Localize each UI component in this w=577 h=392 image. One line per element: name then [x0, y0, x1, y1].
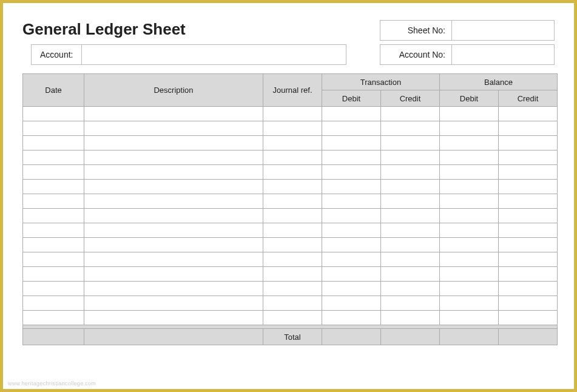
cell-b_debit[interactable]	[440, 267, 499, 282]
cell-t_debit[interactable]	[322, 107, 381, 121]
account-no-value[interactable]	[452, 45, 554, 64]
cell-description[interactable]	[84, 252, 263, 267]
cell-description[interactable]	[84, 238, 263, 252]
cell-date[interactable]	[23, 150, 84, 165]
sheet-no-value[interactable]	[452, 21, 554, 40]
cell-t_debit[interactable]	[322, 150, 381, 165]
cell-t_credit[interactable]	[381, 209, 440, 223]
cell-b_credit[interactable]	[499, 267, 558, 282]
cell-b_credit[interactable]	[499, 121, 558, 136]
cell-b_credit[interactable]	[499, 150, 558, 165]
cell-date[interactable]	[23, 311, 84, 325]
cell-b_debit[interactable]	[440, 165, 499, 180]
cell-t_debit[interactable]	[322, 311, 381, 325]
cell-t_credit[interactable]	[381, 121, 440, 136]
cell-date[interactable]	[23, 107, 84, 121]
cell-description[interactable]	[84, 165, 263, 180]
cell-b_credit[interactable]	[499, 282, 558, 296]
cell-b_debit[interactable]	[440, 180, 499, 194]
cell-journal_ref[interactable]	[263, 296, 322, 311]
cell-description[interactable]	[84, 296, 263, 311]
cell-description[interactable]	[84, 267, 263, 282]
cell-date[interactable]	[23, 194, 84, 209]
cell-b_credit[interactable]	[499, 311, 558, 325]
cell-b_credit[interactable]	[499, 180, 558, 194]
cell-t_debit[interactable]	[322, 223, 381, 238]
cell-journal_ref[interactable]	[263, 282, 322, 296]
cell-b_debit[interactable]	[440, 209, 499, 223]
cell-b_debit[interactable]	[440, 223, 499, 238]
cell-b_credit[interactable]	[499, 223, 558, 238]
cell-description[interactable]	[84, 180, 263, 194]
cell-description[interactable]	[84, 311, 263, 325]
cell-journal_ref[interactable]	[263, 150, 322, 165]
cell-journal_ref[interactable]	[263, 223, 322, 238]
cell-t_debit[interactable]	[322, 209, 381, 223]
cell-t_debit[interactable]	[322, 180, 381, 194]
account-no-field[interactable]: Account No:	[380, 44, 555, 65]
cell-journal_ref[interactable]	[263, 107, 322, 121]
cell-t_debit[interactable]	[322, 252, 381, 267]
cell-t_credit[interactable]	[381, 194, 440, 209]
cell-b_credit[interactable]	[499, 252, 558, 267]
cell-journal_ref[interactable]	[263, 311, 322, 325]
cell-date[interactable]	[23, 136, 84, 150]
cell-journal_ref[interactable]	[263, 136, 322, 150]
cell-date[interactable]	[23, 267, 84, 282]
cell-t_credit[interactable]	[381, 180, 440, 194]
cell-description[interactable]	[84, 282, 263, 296]
cell-journal_ref[interactable]	[263, 180, 322, 194]
cell-journal_ref[interactable]	[263, 267, 322, 282]
cell-t_debit[interactable]	[322, 267, 381, 282]
cell-description[interactable]	[84, 150, 263, 165]
cell-b_credit[interactable]	[499, 165, 558, 180]
cell-date[interactable]	[23, 165, 84, 180]
cell-description[interactable]	[84, 209, 263, 223]
cell-b_debit[interactable]	[440, 150, 499, 165]
cell-description[interactable]	[84, 194, 263, 209]
account-field[interactable]: Account:	[31, 44, 346, 65]
cell-b_credit[interactable]	[499, 238, 558, 252]
cell-t_credit[interactable]	[381, 238, 440, 252]
cell-b_credit[interactable]	[499, 136, 558, 150]
cell-journal_ref[interactable]	[263, 165, 322, 180]
cell-t_debit[interactable]	[322, 296, 381, 311]
cell-b_debit[interactable]	[440, 107, 499, 121]
cell-t_credit[interactable]	[381, 136, 440, 150]
cell-journal_ref[interactable]	[263, 252, 322, 267]
cell-t_debit[interactable]	[322, 165, 381, 180]
cell-t_credit[interactable]	[381, 282, 440, 296]
cell-t_credit[interactable]	[381, 296, 440, 311]
cell-b_credit[interactable]	[499, 209, 558, 223]
cell-description[interactable]	[84, 121, 263, 136]
cell-b_debit[interactable]	[440, 238, 499, 252]
cell-date[interactable]	[23, 282, 84, 296]
cell-date[interactable]	[23, 252, 84, 267]
sheet-no-field[interactable]: Sheet No:	[380, 20, 555, 41]
cell-t_credit[interactable]	[381, 311, 440, 325]
cell-date[interactable]	[23, 296, 84, 311]
cell-description[interactable]	[84, 136, 263, 150]
cell-t_credit[interactable]	[381, 252, 440, 267]
cell-journal_ref[interactable]	[263, 194, 322, 209]
cell-t_debit[interactable]	[322, 194, 381, 209]
cell-date[interactable]	[23, 223, 84, 238]
cell-journal_ref[interactable]	[263, 121, 322, 136]
cell-description[interactable]	[84, 223, 263, 238]
cell-t_debit[interactable]	[322, 238, 381, 252]
cell-t_credit[interactable]	[381, 223, 440, 238]
cell-b_credit[interactable]	[499, 296, 558, 311]
cell-t_credit[interactable]	[381, 107, 440, 121]
cell-b_credit[interactable]	[499, 194, 558, 209]
cell-date[interactable]	[23, 238, 84, 252]
cell-b_debit[interactable]	[440, 136, 499, 150]
cell-t_debit[interactable]	[322, 136, 381, 150]
cell-date[interactable]	[23, 121, 84, 136]
cell-t_debit[interactable]	[322, 121, 381, 136]
cell-description[interactable]	[84, 107, 263, 121]
cell-b_debit[interactable]	[440, 296, 499, 311]
cell-journal_ref[interactable]	[263, 209, 322, 223]
cell-journal_ref[interactable]	[263, 238, 322, 252]
cell-t_credit[interactable]	[381, 165, 440, 180]
cell-b_debit[interactable]	[440, 194, 499, 209]
